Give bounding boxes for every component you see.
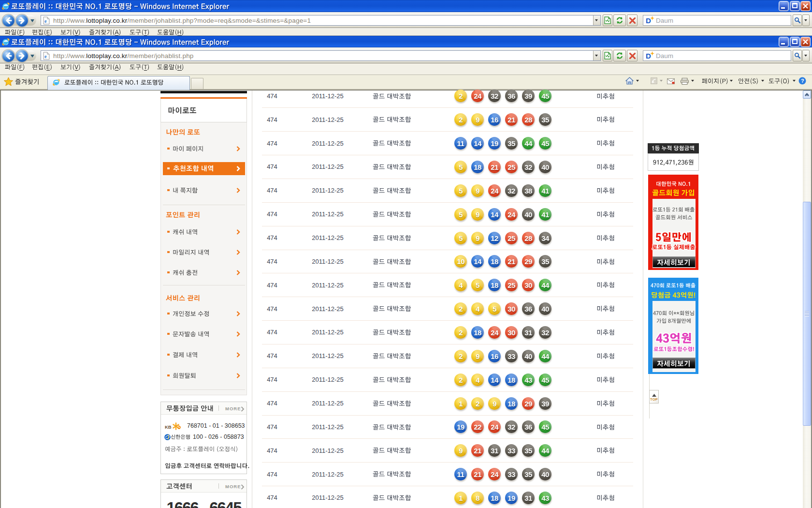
svg-text:?: ?	[801, 78, 804, 84]
svg-text:e: e	[44, 54, 47, 59]
svg-text:e: e	[44, 18, 47, 24]
